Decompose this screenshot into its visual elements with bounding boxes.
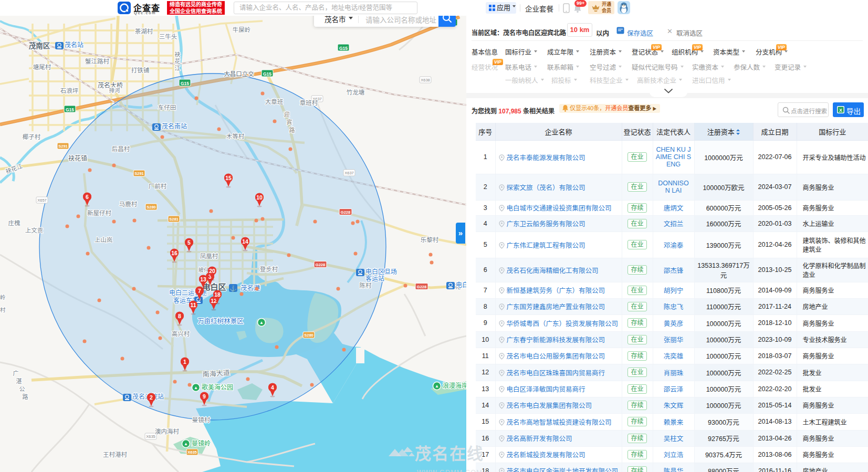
svg-text:茶湖村: 茶湖村 [135, 28, 153, 35]
svg-text:13: 13 [200, 276, 206, 282]
svg-text:X: X [839, 108, 842, 113]
svg-text:椰子村: 椰子村 [23, 133, 41, 140]
svg-text:石浪坪: 石浪坪 [60, 87, 79, 94]
svg-text:后昌村: 后昌村 [112, 145, 130, 152]
svg-text:路: 路 [23, 394, 28, 400]
svg-text:电白: 电白 [456, 281, 466, 289]
svg-text:坡仔: 坡仔 [198, 267, 210, 273]
svg-text:茂南区: 茂南区 [29, 41, 50, 50]
svg-text:陈村: 陈村 [360, 282, 372, 289]
svg-text:蟹江路村: 蟹江路村 [85, 58, 109, 65]
svg-text:塘尾村: 塘尾村 [33, 64, 51, 70]
svg-text:X657: X657 [37, 198, 47, 203]
svg-text:登步村: 登步村 [260, 266, 278, 272]
svg-text:马鹿村: 马鹿村 [119, 201, 138, 207]
svg-text:车仔田: 车仔田 [158, 104, 176, 111]
svg-text:章班村: 章班村 [300, 99, 318, 106]
svg-text:袂花镇: 袂花镇 [68, 154, 87, 162]
svg-text:厂前村: 厂前村 [149, 183, 167, 190]
svg-text:6: 6 [86, 194, 89, 200]
svg-text:14: 14 [242, 238, 248, 245]
svg-text:G15: G15 [339, 46, 348, 51]
svg-text:20: 20 [209, 268, 215, 274]
svg-text:岭: 岭 [0, 294, 6, 300]
svg-text:X635: X635 [146, 434, 155, 439]
svg-text:7: 7 [198, 288, 201, 294]
svg-text:大昌口立交: 大昌口立交 [224, 70, 254, 77]
svg-text:18: 18 [214, 291, 221, 298]
svg-text:新屋仔村: 新屋仔村 [87, 209, 111, 216]
svg-text:庄槐: 庄槐 [8, 219, 20, 226]
svg-text:G15: G15 [263, 71, 271, 77]
svg-text:▲: ▲ [435, 384, 439, 389]
svg-text:浪漫海岸: 浪漫海岸 [443, 382, 466, 390]
svg-text:迎: 迎 [284, 111, 290, 118]
svg-text:村: 村 [0, 307, 6, 313]
svg-text:S280: S280 [304, 333, 313, 338]
svg-text:G228: G228 [341, 210, 350, 215]
svg-text:G15: G15 [66, 107, 74, 112]
svg-text:竹龙塘: 竹龙塘 [347, 89, 365, 96]
svg-text:G228: G228 [417, 285, 426, 289]
svg-text:大章班: 大章班 [265, 98, 284, 105]
svg-text:⚓: ⚓ [229, 285, 237, 292]
svg-text:万亩红树林景区: 万亩红树林景区 [197, 317, 244, 325]
svg-text:▲: ▲ [184, 442, 188, 446]
svg-text:2: 2 [150, 394, 153, 401]
svg-text:S291: S291 [134, 171, 144, 176]
svg-text:上山岚: 上山岚 [95, 237, 113, 243]
svg-text:公: 公 [19, 386, 25, 392]
svg-text:澳内海村: 澳内海村 [155, 428, 179, 435]
svg-text:电白区旦场: 电白区旦场 [365, 268, 397, 276]
svg-text:打铁铺: 打铁铺 [131, 67, 150, 74]
svg-text:15: 15 [225, 175, 232, 181]
svg-text:袂: 袂 [175, 51, 181, 58]
svg-text:江: 江 [175, 65, 181, 71]
svg-text:牛屎岭: 牛屎岭 [233, 26, 251, 33]
svg-text:曼镜村: 曼镜村 [192, 416, 211, 423]
svg-text:电白区: 电白区 [202, 282, 226, 291]
svg-text:▲: ▲ [259, 320, 264, 325]
svg-text:G15: G15 [181, 81, 189, 86]
svg-text:16: 16 [171, 250, 177, 256]
svg-text:茂名站: 茂名站 [65, 41, 83, 49]
svg-text:凤凰村: 凤凰村 [200, 253, 218, 259]
svg-text:10: 10 [256, 194, 263, 201]
svg-text:S280: S280 [147, 205, 156, 209]
svg-text:排河: 排河 [109, 87, 120, 93]
svg-text:S291: S291 [58, 144, 68, 149]
svg-text:上文贡: 上文贡 [25, 227, 44, 234]
svg-text:花: 花 [175, 58, 181, 65]
svg-text:曼镜岭: 曼镜岭 [192, 439, 211, 447]
svg-text:▲: ▲ [194, 385, 198, 390]
svg-text:5: 5 [187, 239, 191, 246]
svg-text:8: 8 [178, 313, 181, 319]
svg-text:高兴村: 高兴村 [172, 330, 190, 337]
svg-text:9: 9 [203, 393, 206, 400]
svg-text:王村港村: 王村港村 [103, 451, 127, 458]
svg-text:X637: X637 [344, 171, 354, 175]
svg-text:广: 广 [13, 370, 19, 376]
svg-text:宾: 宾 [287, 119, 292, 125]
svg-text:11: 11 [190, 302, 196, 308]
svg-text:S281: S281 [169, 217, 179, 222]
svg-text:客运站: 客运站 [365, 275, 384, 282]
svg-text:木等村: 木等村 [226, 133, 245, 140]
svg-text:X635: X635 [187, 450, 197, 455]
svg-text:茂名南站: 茂名南站 [162, 122, 187, 130]
svg-text:G228: G228 [316, 263, 325, 267]
svg-text:三牛头: 三牛头 [159, 33, 177, 40]
svg-text:4: 4 [271, 384, 274, 391]
svg-text:湛: 湛 [16, 378, 22, 384]
svg-text:歌美海公园: 歌美海公园 [202, 383, 233, 391]
svg-text:乐黎村: 乐黎村 [421, 236, 439, 243]
svg-text:X638: X638 [421, 78, 430, 82]
svg-text:路: 路 [289, 127, 295, 133]
svg-text:1: 1 [183, 359, 186, 365]
